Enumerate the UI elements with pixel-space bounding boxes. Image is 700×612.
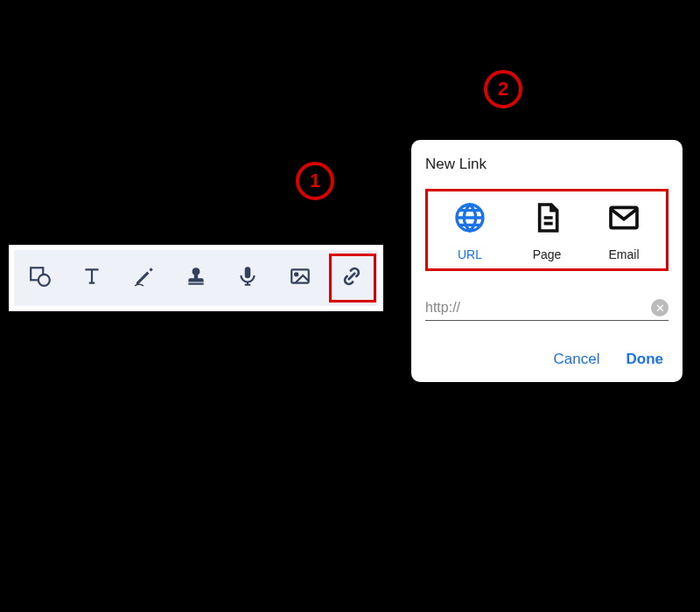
link-tool-button[interactable]: [331, 257, 373, 299]
stamp-tool-button[interactable]: [175, 257, 217, 299]
svg-point-5: [295, 273, 298, 275]
page-icon: [529, 200, 564, 239]
url-field[interactable]: ✕: [425, 296, 668, 321]
microphone-icon: [236, 265, 259, 291]
step-badge-2-num: 2: [498, 78, 508, 101]
done-button[interactable]: Done: [626, 351, 664, 368]
svg-rect-2: [188, 283, 203, 285]
clear-icon: ✕: [655, 302, 665, 315]
stamp-icon: [185, 265, 207, 291]
link-type-page-label: Page: [533, 247, 562, 261]
email-icon: [606, 200, 641, 239]
step-badge-1-num: 1: [310, 170, 320, 192]
dialog-title: New Link: [425, 156, 668, 173]
link-type-email[interactable]: Email: [589, 200, 659, 261]
link-icon: [340, 265, 363, 291]
link-type-url-label: URL: [458, 247, 482, 261]
image-tool-button[interactable]: [279, 257, 321, 299]
image-icon: [289, 265, 312, 291]
annotation-toolbar: [9, 245, 383, 311]
url-input[interactable]: [425, 300, 651, 316]
link-type-group-highlight: URL Page Email: [425, 189, 668, 271]
step-badge-1: 1: [296, 162, 334, 200]
text-tool-button[interactable]: [71, 257, 113, 299]
link-type-page[interactable]: Page: [512, 200, 582, 261]
annotation-toolbar-inner: [14, 250, 378, 306]
pen-icon: [133, 265, 156, 291]
step-badge-2: 2: [484, 70, 522, 108]
svg-rect-3: [245, 267, 251, 278]
shape-tool-button[interactable]: [19, 257, 61, 299]
new-link-dialog: New Link URL Page: [411, 140, 682, 382]
voice-tool-button[interactable]: [227, 257, 269, 299]
dialog-actions: Cancel Done: [425, 351, 668, 372]
svg-rect-4: [291, 269, 309, 282]
clear-input-button[interactable]: ✕: [651, 299, 668, 316]
svg-point-1: [38, 275, 50, 286]
link-type-url[interactable]: URL: [435, 200, 505, 261]
cancel-button[interactable]: Cancel: [554, 351, 600, 368]
text-icon: [80, 265, 103, 291]
globe-icon: [452, 200, 487, 239]
link-type-email-label: Email: [608, 247, 639, 261]
shape-icon: [29, 265, 52, 291]
pen-tool-button[interactable]: [123, 257, 165, 299]
